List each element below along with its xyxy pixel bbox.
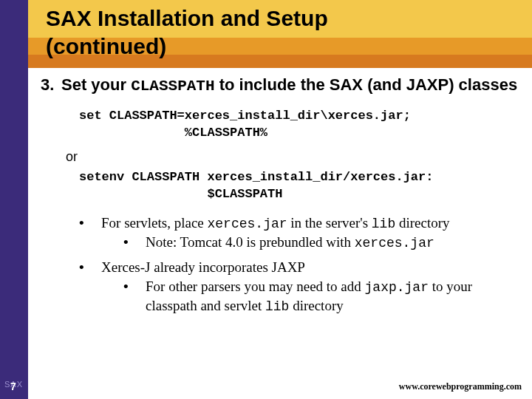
sidebar: SAX <box>0 0 28 399</box>
b1-m2: lib <box>372 216 395 231</box>
title-line-2: (continued) <box>46 33 328 61</box>
b1a-pre: Note: Tomcat 4.0 is prebundled with <box>146 234 355 250</box>
b1-pre: For servlets, place <box>101 215 208 231</box>
or-label: or <box>66 149 521 165</box>
b2a-post: directory <box>289 298 343 313</box>
b2a-m2: lib <box>265 299 289 314</box>
b2-text: Xerces-J already incorporates JAXP <box>101 259 305 275</box>
code2-l1: setenv CLASSPATH xerces_install_dir/xerc… <box>79 170 433 184</box>
step-body: set CLASSPATH=xerces_install_dir\xerces.… <box>41 108 521 319</box>
bullet-dot: • <box>79 214 101 256</box>
step-heading: 3.Set your CLASSPATH to include the SAX … <box>41 75 521 95</box>
bullet-1a: • Note: Tomcat 4.0 is prebundled with xe… <box>123 233 521 252</box>
bullet-list: • For servlets, place xerces.jar in the … <box>79 214 521 319</box>
code2-l2: $CLASSPATH <box>79 187 282 201</box>
b1-m1: xerces.jar <box>208 216 287 231</box>
title-line-1: SAX Installation and Setup <box>46 4 328 33</box>
bullet-1: • For servlets, place xerces.jar in the … <box>79 214 521 256</box>
bullet-dot: • <box>123 277 146 316</box>
b1-post: directory <box>395 215 449 231</box>
code1-l2: %CLASSPATH% <box>79 126 267 140</box>
code-block-2: setenv CLASSPATH xerces_install_dir/xerc… <box>79 169 521 203</box>
code-block-1: set CLASSPATH=xerces_install_dir\xerces.… <box>79 108 521 142</box>
page-title: SAX Installation and Setup (continued) <box>46 4 328 60</box>
bullet-dot: • <box>79 258 101 318</box>
step-number: 3. <box>41 75 61 95</box>
page-number: 7 <box>10 381 16 392</box>
b1a-m1: xerces.jar <box>355 236 434 250</box>
step-text-pre: Set your <box>61 75 131 94</box>
b2a-pre: For other parsers you may need to add <box>146 279 365 294</box>
footer-url: www.corewebprogramming.com <box>399 381 522 392</box>
bullet-2: • Xerces-J already incorporates JAXP • F… <box>79 258 521 318</box>
step-text-mono: CLASSPATH <box>131 78 214 95</box>
content-area: 3.Set your CLASSPATH to include the SAX … <box>41 75 521 322</box>
code1-l1: set CLASSPATH=xerces_install_dir\xerces.… <box>79 109 411 123</box>
bullet-dot: • <box>123 233 146 252</box>
bullet-2a: • For other parsers you may need to add … <box>123 277 521 316</box>
b1-mid: in the server's <box>287 215 372 231</box>
b2a-m1: jaxp.jar <box>365 280 429 295</box>
step-text-post: to include the SAX (and JAXP) classes <box>215 75 518 94</box>
